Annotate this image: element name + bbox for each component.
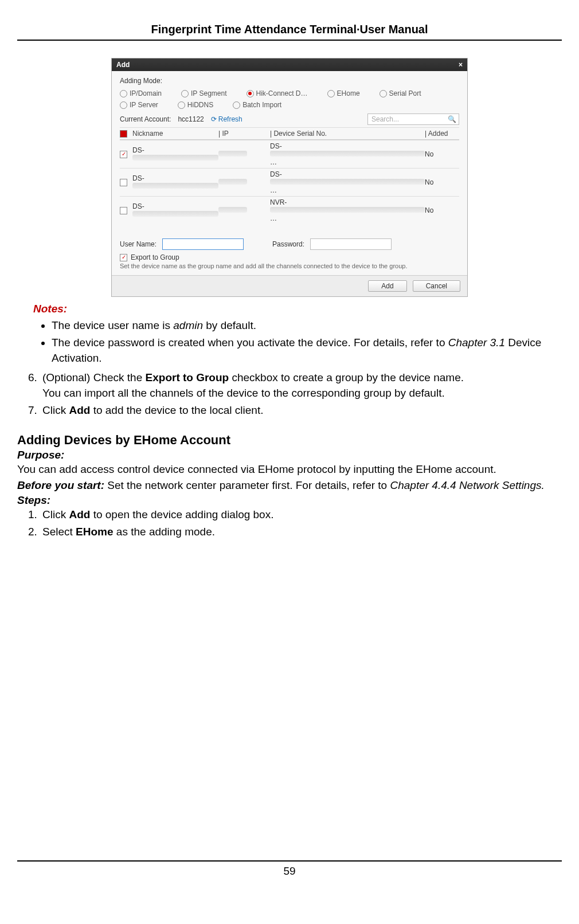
account-row: Current Account: hcc1122 ⟳ Refresh Searc… <box>120 113 459 125</box>
current-account-value: hcc1122 <box>178 115 204 123</box>
radio-ip-domain[interactable]: IP/Domain <box>120 89 162 97</box>
purpose-text: You can add access control device connec… <box>17 461 562 477</box>
export-label: Export to Group <box>131 253 179 261</box>
section-heading: Adding Devices by EHome Account <box>17 433 562 448</box>
continuation-steps: (Optional) Check the Export to Group che… <box>40 370 562 418</box>
row-checkbox[interactable]: ✓ <box>120 151 127 158</box>
radio-batch-import[interactable]: Batch Import <box>233 101 281 109</box>
add-dialog: Add × Adding Mode: IP/DomainIP SegmentHi… <box>111 58 468 297</box>
list-item: Select EHome as the adding mode. <box>40 524 562 540</box>
radio-ehome[interactable]: EHome <box>327 89 360 97</box>
close-icon[interactable]: × <box>459 61 463 69</box>
table-row[interactable]: DS-DS-…No <box>120 168 459 196</box>
dialog-title: Add <box>116 61 130 69</box>
adding-mode-label: Adding Mode: <box>120 77 459 85</box>
credentials-row: User Name: Password: <box>120 238 459 250</box>
refresh-icon: ⟳ <box>211 115 217 123</box>
radio-hik-connect-d-[interactable]: Hik-Connect D… <box>247 89 308 97</box>
select-all-checkbox[interactable] <box>120 130 127 138</box>
col-nickname[interactable]: Nickname <box>132 130 218 138</box>
device-list-header: Nickname | IP | Device Serial No. | Adde… <box>120 127 459 140</box>
password-label: Password: <box>272 240 304 248</box>
radio-row-1: IP/DomainIP SegmentHik-Connect D…EHomeSe… <box>120 89 459 97</box>
list-item: Click Add to open the device adding dial… <box>40 507 562 523</box>
dialog-titlebar: Add × <box>112 58 467 71</box>
table-row[interactable]: ✓DS-DS-…No <box>120 140 459 168</box>
search-icon: 🔍 <box>448 115 456 123</box>
table-row[interactable]: DS-NVR-…No <box>120 196 459 224</box>
radio-ip-segment[interactable]: IP Segment <box>181 89 226 97</box>
search-input[interactable]: Search... 🔍 <box>367 113 459 125</box>
col-ip[interactable]: | IP <box>218 130 270 138</box>
page-number: 59 <box>17 860 562 878</box>
list-item: The device password is created when you … <box>52 335 562 366</box>
list-item: Click Add to add the device to the local… <box>40 402 562 418</box>
col-serial[interactable]: | Device Serial No. <box>270 130 425 138</box>
radio-serial-port[interactable]: Serial Port <box>380 89 421 97</box>
col-added[interactable]: | Added <box>425 130 450 138</box>
export-note: Set the device name as the group name an… <box>120 263 459 269</box>
refresh-button[interactable]: ⟳ Refresh <box>211 115 242 123</box>
current-account-label: Current Account: <box>120 115 171 123</box>
notes-list: The device user name is admin by default… <box>52 318 562 366</box>
radio-ip-server[interactable]: IP Server <box>120 101 158 109</box>
export-to-group-row: ✓ Export to Group <box>120 253 459 261</box>
device-list: ✓DS-DS-…NoDS-DS-…NoDS-NVR-…No <box>120 140 459 232</box>
cancel-button[interactable]: Cancel <box>413 280 460 292</box>
radio-hiddns[interactable]: HiDDNS <box>178 101 213 109</box>
ehome-steps: Click Add to open the device adding dial… <box>40 507 562 539</box>
row-checkbox[interactable] <box>120 207 127 214</box>
list-item: (Optional) Check the Export to Group che… <box>40 370 562 401</box>
page-header: Fingerprint Time Attendance Terminal·Use… <box>17 23 562 41</box>
list-item: The device user name is admin by default… <box>52 318 562 334</box>
notes-heading: Notes: <box>33 303 562 315</box>
row-checkbox[interactable] <box>120 179 127 186</box>
before-you-start: Before you start: Set the network center… <box>17 477 562 494</box>
username-field[interactable] <box>162 238 244 250</box>
steps-label: Steps: <box>17 494 562 507</box>
dialog-screenshot: Add × Adding Mode: IP/DomainIP SegmentHi… <box>17 58 562 297</box>
add-button[interactable]: Add <box>368 280 406 292</box>
dialog-footer: Add Cancel <box>112 275 467 296</box>
export-checkbox[interactable]: ✓ <box>120 254 127 261</box>
username-label: User Name: <box>120 240 157 248</box>
radio-row-2: IP ServerHiDDNSBatch Import <box>120 101 459 109</box>
password-field[interactable] <box>310 238 392 250</box>
purpose-label: Purpose: <box>17 449 562 461</box>
